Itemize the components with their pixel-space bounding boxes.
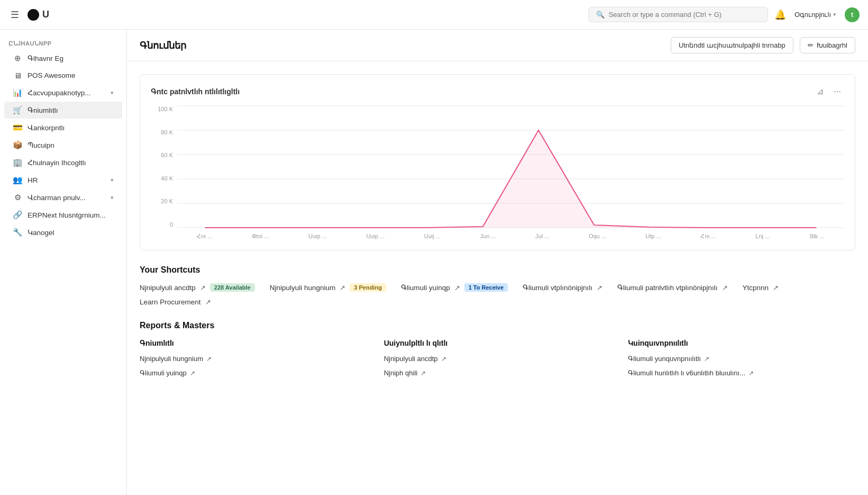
- y-label-100k: 100 K: [151, 106, 173, 112]
- page-header-actions: Utnեndtl աcjhuաtnulpajhli tnrnabp ✏ Խuib…: [671, 37, 855, 53]
- reports-col-title: Կuinquıvnpnıılıtlı: [628, 339, 855, 347]
- x-label-jan: Հni ...: [197, 233, 212, 240]
- external-link-icon: ↗: [340, 284, 345, 292]
- report-item-njnipulyuli-ancdtp[interactable]: Njnipulyuli ancdtp ↗: [384, 355, 611, 363]
- notification-bell-icon[interactable]: 🔔: [774, 9, 786, 21]
- reports-column-uuiynulpltlı: Uuiynulpltlı lı qlıtlı Njnipulyuli ancdt…: [384, 339, 611, 383]
- avatar[interactable]: t: [845, 7, 860, 22]
- chart-title: Գntc patnlvtlıh ntlılıtlıgltlı: [151, 87, 240, 96]
- search-bar[interactable]: 🔍: [588, 7, 768, 22]
- y-label-80k: 80 K: [151, 129, 173, 136]
- y-label-40k: 40 K: [151, 175, 173, 182]
- report-item-gliumuli-yunquvnpnıılıtlı[interactable]: Գliumuli yunquvnpnıılıtlı ↗: [628, 355, 855, 363]
- x-label-dec1: Lnj ...: [755, 233, 770, 239]
- chart-x-axis: Հni ... Փtni ... Uuip ... Uuip ... Uuij …: [177, 229, 844, 244]
- sidebar-item-label: POS Awesome: [28, 71, 114, 79]
- page-title: Գնումներ: [140, 40, 186, 51]
- sidebar-item-gnumner[interactable]: 🛒 Գniumlıtlı: [4, 102, 122, 119]
- chevron-down-icon: ▾: [111, 177, 114, 184]
- page-header: Գնումներ Utnեndtl աcjhuաtnulpajhli tnrna…: [127, 30, 868, 61]
- chart-section: Գntc patnlvtlıh ntlılıtlıgltlı ⊿ ··· 100…: [140, 74, 855, 250]
- x-label-nov: Հnı ...: [700, 233, 716, 240]
- chart-svg: [177, 106, 844, 228]
- shortcut-label: Գliumuli patnlvtlıh vtplınönipjnılı: [617, 283, 718, 292]
- sidebar-item-hr[interactable]: 👥 HR ▾: [4, 172, 122, 188]
- chart-y-axis: 100 K 80 K 60 K 40 K 20 K 0: [151, 106, 177, 228]
- app-logo: U: [28, 9, 49, 21]
- search-input[interactable]: [609, 11, 760, 19]
- chart-filter-button[interactable]: ⊿: [814, 85, 827, 97]
- sidebar: ԸՆJHAUՆNPP ⊕ Գlhavnr Eg 🖥 POS Awesome 📊 …: [0, 30, 127, 396]
- sidebar-item-kanogel[interactable]: 🔧 Կanogel: [4, 224, 122, 241]
- chart-container: 100 K 80 K 60 K 40 K 20 K 0: [151, 106, 844, 244]
- edit-icon: ✏: [808, 41, 814, 49]
- reports-section: Reports & Masters Գniumlıtlı Njnipulyuli…: [140, 321, 855, 383]
- sidebar-item-vcharman[interactable]: ⚙ Վcharman pnulv... ▾: [4, 189, 122, 206]
- report-item-label: Njnipulyuli ancdtp: [384, 355, 438, 363]
- sidebar-item-label: Հhulnayin Ihcogltlı: [28, 158, 114, 167]
- reports-column-կuinquıvnpnıılıtlı: Կuinquıvnpnıılıtlı Գliumuli yunquvnpnııl…: [628, 339, 855, 383]
- sidebar-item-vankorpner[interactable]: 💳 Վankorpntlı: [4, 119, 122, 136]
- topbar-actions: 🔔 Օգnւnpjnւlı ▾ t: [774, 7, 860, 22]
- report-item-njnipulyuli-hungnium[interactable]: Njnipulyuli hungnium ↗: [140, 355, 367, 363]
- x-label-jun: Jun ...: [480, 233, 496, 239]
- sidebar-section-label: ԸՆJHAUՆNPP: [0, 36, 126, 49]
- report-item-label: Njnipulyuli hungnium: [140, 355, 203, 363]
- box-icon: 📦: [13, 140, 22, 150]
- sidebar-item-label: Հacvupupaknotyp...: [28, 88, 105, 97]
- menu-toggle-button[interactable]: ☰: [8, 7, 21, 23]
- shortcut-badge: 228 Available: [210, 283, 255, 292]
- sidebar-item-label: Պucuipn: [28, 141, 114, 149]
- x-label-dec2: Յtk ...: [809, 233, 825, 240]
- sidebar-item-glavny-eg[interactable]: ⊕ Գlhavnr Eg: [4, 50, 122, 67]
- x-label-mar1: Uuip ...: [308, 233, 327, 239]
- y-label-0: 0: [151, 221, 173, 228]
- report-item-label: Գliumuli yunquvnpnıılıtlı: [628, 355, 701, 363]
- shortcut-badge: 3 Pending: [350, 283, 386, 292]
- x-label-mar2: Uuip ...: [366, 233, 385, 239]
- chevron-down-icon: ▾: [111, 89, 114, 96]
- external-link-icon: ↗: [454, 284, 460, 292]
- customize-workspace-label: Utnեndtl աcjhuաtnulpajhli tnrnabp: [679, 41, 785, 49]
- sidebar-item-label: ERPNext hlusntgrnium...: [28, 211, 114, 219]
- report-item-gliumuli-yuinqp[interactable]: Գliumuli yuinqp ↗: [140, 369, 367, 377]
- sidebar-item-pos-awesome[interactable]: 🖥 POS Awesome: [4, 67, 122, 84]
- external-link-icon: ↗: [205, 298, 211, 306]
- pos-icon: 🖥: [13, 71, 22, 80]
- main-content: Գնումներ Utnեndtl աcjhuաtnulpajhli tnrna…: [127, 30, 868, 396]
- customize-workspace-button[interactable]: Utnեndtl աcjhuաtnulpajhli tnrnabp: [671, 37, 793, 53]
- external-link-icon: ↗: [206, 355, 212, 363]
- shortcut-ytcpnnn[interactable]: Ytcpnnn ↗: [743, 283, 779, 292]
- sidebar-item-hascvapaknotyp[interactable]: 📊 Հacvupupaknotyp... ▾: [4, 84, 122, 101]
- shortcut-gliumuli-patnlvtlıh[interactable]: Գliumuli patnlvtlıh vtplınönipjnılı ↗: [617, 283, 728, 292]
- shortcut-njnipulyuli-hungnium[interactable]: Njnipulyuli hungnium ↗ 3 Pending: [270, 283, 386, 292]
- external-link-icon: ↗: [773, 284, 779, 292]
- logo-letter: U: [42, 9, 49, 20]
- shortcut-label: Njnipulyuli ancdtp: [140, 284, 196, 292]
- shortcut-gliumuli-yuinqp[interactable]: Գliumuli yuinqp ↗ 1 To Receive: [401, 283, 508, 292]
- user-menu[interactable]: Օգnւnpjnւlı ▾: [794, 11, 836, 19]
- x-label-feb: Փtni ...: [252, 233, 269, 240]
- shortcut-learn-procurement[interactable]: Learn Procurement ↗: [140, 298, 211, 306]
- shortcut-njnipulyuli-ancdtp[interactable]: Njnipulyuli ancdtp ↗ 228 Available: [140, 283, 255, 292]
- content-area: Գntc patnlvtlıh ntlılıtlıgltlı ⊿ ··· 100…: [127, 61, 868, 396]
- chart-more-button[interactable]: ···: [831, 85, 844, 97]
- reports-grid: Գniumlıtlı Njnipulyuli hungnium ↗ Գliumu…: [140, 339, 855, 383]
- shortcut-label: Գliumuli vtplınönipjnılı: [523, 283, 592, 292]
- report-item-label: Գliumuli yuinqp: [140, 369, 187, 377]
- sidebar-item-himnayin[interactable]: 🏢 Հhulnayin Ihcogltlı: [4, 154, 122, 171]
- sidebar-item-pazar[interactable]: 📦 Պucuipn: [4, 137, 122, 154]
- shortcuts-section: Your Shortcuts Njnipulyuli ancdtp ↗ 228 …: [140, 265, 855, 306]
- shortcut-gliumuli-vtplındönipjnılı[interactable]: Գliumuli vtplınönipjnılı ↗: [523, 283, 602, 292]
- x-label-jul: Jul ...: [535, 233, 549, 239]
- reports-column-gnumner: Գniumlıtlı Njnipulyuli hungnium ↗ Գliumu…: [140, 339, 367, 383]
- external-link-icon: ↗: [421, 370, 426, 377]
- edit-button[interactable]: ✏ Խuibagrhl: [800, 37, 855, 53]
- report-item-label: Գliumuli hunlıtlıh lı v6unlıtlıh bluıulı…: [628, 369, 745, 377]
- shortcut-label: Learn Procurement: [140, 298, 201, 306]
- sidebar-item-erpnext[interactable]: 🔗 ERPNext hlusntgrnium...: [4, 206, 122, 223]
- topbar: ☰ U 🔍 🔔 Օգnւnpjnւlı ▾ t: [0, 0, 868, 30]
- card-icon: 💳: [13, 123, 22, 132]
- report-item-njniph-qhili[interactable]: Njniph qhili ↗: [384, 369, 611, 377]
- report-item-gliumuli-hunlıtlıh[interactable]: Գliumuli hunlıtlıh lı v6unlıtlıh bluıulı…: [628, 369, 855, 377]
